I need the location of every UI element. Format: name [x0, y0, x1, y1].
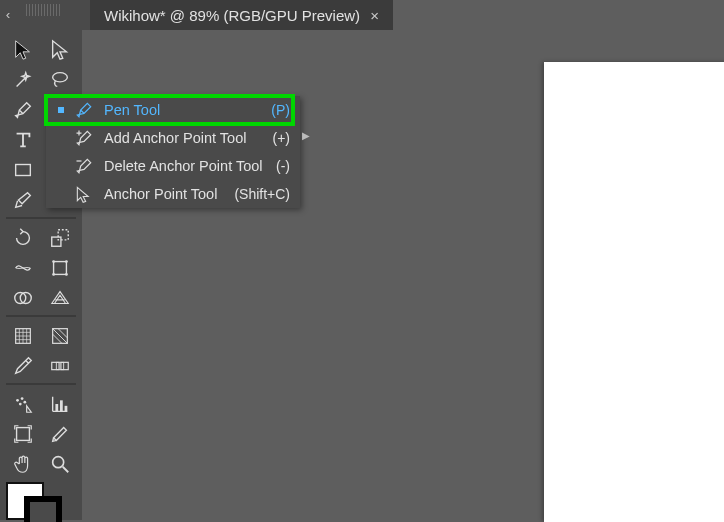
rectangle-tool[interactable] [4, 156, 41, 184]
eyedropper-tool[interactable] [4, 352, 41, 380]
flyout-label: Add Anchor Point Tool [104, 130, 263, 146]
pen-minus-icon [74, 156, 94, 176]
svg-rect-3 [51, 237, 60, 246]
flyout-add-anchor-tool[interactable]: Add Anchor Point Tool (+) [46, 124, 300, 152]
close-tab-icon[interactable]: × [370, 7, 379, 24]
pen-plus-icon [74, 128, 94, 148]
svg-rect-14 [51, 362, 58, 369]
flyout-shortcut: (-) [276, 158, 290, 174]
svg-rect-5 [53, 262, 66, 275]
svg-rect-21 [55, 404, 58, 411]
svg-point-8 [52, 273, 55, 276]
separator [6, 315, 76, 317]
scale-tool[interactable] [41, 224, 78, 252]
lasso-tool[interactable] [41, 66, 78, 94]
flyout-pen-tool[interactable]: Pen Tool (P) [46, 96, 300, 124]
magic-wand-tool[interactable] [4, 66, 41, 94]
svg-rect-2 [15, 165, 30, 176]
perspective-grid-tool[interactable] [41, 284, 78, 312]
direct-selection-tool[interactable] [41, 36, 78, 64]
document-tab[interactable]: Wikihow* @ 89% (RGB/GPU Preview) × [90, 0, 393, 30]
zoom-tool[interactable] [41, 450, 78, 478]
panel-drag-handle[interactable] [26, 4, 60, 16]
svg-rect-24 [16, 428, 29, 441]
blend-tool[interactable] [41, 352, 78, 380]
flyout-expand-icon[interactable]: ▶ [302, 130, 310, 141]
flyout-delete-anchor-tool[interactable]: Delete Anchor Point Tool (-) [46, 152, 300, 180]
gradient-tool[interactable] [41, 322, 78, 350]
svg-rect-15 [56, 362, 63, 369]
selection-tool[interactable] [4, 36, 41, 64]
flyout-shortcut: (+) [273, 130, 291, 146]
svg-rect-16 [60, 362, 67, 369]
hand-tool[interactable] [4, 450, 41, 478]
width-tool[interactable] [4, 254, 41, 282]
rotate-tool[interactable] [4, 224, 41, 252]
artboard-tool[interactable] [4, 420, 41, 448]
document-title: Wikihow* @ 89% (RGB/GPU Preview) [104, 7, 360, 24]
stroke-swatch[interactable] [24, 496, 62, 522]
active-indicator-icon [58, 107, 64, 113]
svg-point-19 [18, 403, 21, 406]
type-tool[interactable] [4, 126, 41, 154]
pen-icon [74, 100, 94, 120]
flyout-label: Delete Anchor Point Tool [104, 158, 266, 174]
flyout-shortcut: (P) [271, 102, 290, 118]
control-strip: ‹‹ [0, 0, 90, 30]
svg-line-26 [62, 467, 68, 473]
separator [6, 383, 76, 385]
slice-tool[interactable] [41, 420, 78, 448]
svg-rect-22 [60, 400, 63, 411]
svg-point-6 [52, 260, 55, 263]
anchor-convert-icon [74, 184, 94, 204]
svg-point-0 [52, 73, 67, 82]
color-swatches[interactable] [6, 482, 78, 522]
shaper-tool[interactable] [4, 186, 41, 214]
svg-point-7 [65, 260, 68, 263]
svg-point-17 [16, 399, 19, 402]
separator [6, 217, 76, 219]
pen-tool-flyout: Pen Tool (P) Add Anchor Point Tool (+) D… [46, 96, 300, 208]
free-transform-tool[interactable] [41, 254, 78, 282]
svg-point-18 [20, 397, 23, 400]
svg-rect-4 [58, 230, 68, 240]
svg-point-20 [23, 401, 26, 404]
pen-tool[interactable] [4, 96, 41, 124]
flyout-shortcut: (Shift+C) [234, 186, 290, 202]
mesh-tool[interactable] [4, 322, 41, 350]
flyout-anchor-point-tool[interactable]: Anchor Point Tool (Shift+C) [46, 180, 300, 208]
svg-rect-23 [64, 406, 67, 412]
svg-point-9 [65, 273, 68, 276]
column-graph-tool[interactable] [41, 390, 78, 418]
flyout-label: Pen Tool [104, 102, 261, 118]
artboard-canvas[interactable] [544, 62, 724, 522]
svg-point-25 [52, 457, 63, 468]
symbol-sprayer-tool[interactable] [4, 390, 41, 418]
shape-builder-tool[interactable] [4, 284, 41, 312]
flyout-label: Anchor Point Tool [104, 186, 224, 202]
